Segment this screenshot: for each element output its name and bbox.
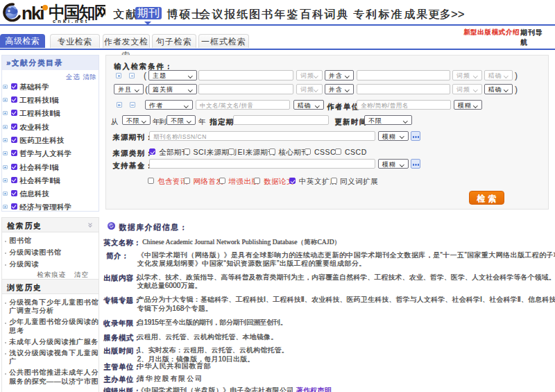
svg-text:cnki.net: cnki.net <box>53 18 89 24</box>
svg-text:nki: nki <box>22 3 44 24</box>
